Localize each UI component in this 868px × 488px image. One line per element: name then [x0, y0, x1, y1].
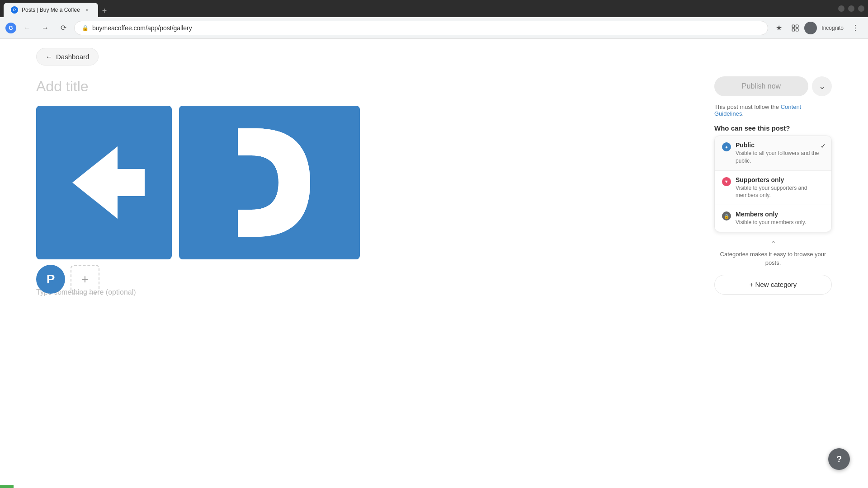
post-title-input[interactable]: Add title [36, 75, 696, 99]
main-layout: Add title [0, 75, 868, 488]
extension-puzzle-button[interactable] [788, 21, 802, 35]
window-maximize[interactable] [848, 5, 854, 12]
visibility-option-supporters[interactable]: ♥ Supporters only Visible to your suppor… [715, 171, 831, 206]
more-options-button[interactable]: ⋮ [848, 21, 863, 35]
svg-rect-0 [793, 25, 795, 27]
back-arrow-icon: ← [46, 53, 52, 61]
categories-section: ⌃ Categories makes it easy to browse you… [714, 239, 832, 267]
public-icon: ● [722, 142, 731, 151]
address-bar[interactable]: 🔒 buymeacoffee.com/app/post/gallery [74, 21, 768, 35]
public-option-desc: Visible to all your followers and the pu… [736, 150, 824, 165]
profile-button[interactable] [804, 22, 817, 34]
browser-toolbar-right: ★ Incognito ⋮ [772, 21, 863, 35]
tab-favicon: P [11, 6, 18, 14]
tab-title: Posts | Buy Me a Coffee [22, 7, 80, 13]
refresh-button[interactable]: ⟳ [56, 21, 71, 35]
visibility-label: Who can see this post? [714, 124, 832, 132]
categories-description: Categories makes it easy to browse your … [714, 250, 832, 267]
browser-tabs: P Posts | Buy Me a Coffee × + [4, 0, 111, 17]
forward-button[interactable]: → [38, 21, 52, 35]
heart-icon: ♥ [722, 177, 731, 186]
security-icon: 🔒 [82, 25, 89, 31]
page-content: ← Dashboard Add title [0, 39, 868, 488]
back-button[interactable]: ← [20, 21, 34, 35]
lock-icon: 🔒 [722, 211, 731, 221]
tab-close-button[interactable]: × [84, 6, 91, 14]
visibility-option-members-content: Members only Visible to your members onl… [736, 211, 824, 226]
svg-rect-3 [796, 28, 798, 31]
visibility-section: Who can see this post? ● Public Visible … [714, 124, 832, 232]
thumbnail-active[interactable]: P [36, 265, 65, 294]
browser-window: P Posts | Buy Me a Coffee × + G ← → ⟳ 🔒 [0, 0, 868, 488]
content-area: Add title [36, 75, 696, 488]
active-tab[interactable]: P Posts | Buy Me a Coffee × [4, 3, 98, 17]
window-minimize[interactable] [838, 5, 844, 12]
url-display: buymeacoffee.com/app/post/gallery [92, 24, 192, 32]
google-icon: G [5, 23, 16, 33]
publish-row: Publish now ⌄ [714, 76, 832, 96]
gallery-gap [172, 106, 179, 259]
new-category-button[interactable]: + New category [714, 275, 832, 295]
gallery-image-left[interactable] [36, 106, 172, 259]
members-option-desc: Visible to your members only. [736, 219, 824, 226]
gallery-image-right[interactable] [179, 106, 360, 259]
gallery-images [36, 106, 696, 259]
dashboard-button[interactable]: ← Dashboard [36, 48, 99, 66]
visibility-option-public[interactable]: ● Public Visible to all your followers a… [715, 136, 831, 171]
help-button[interactable]: ? [828, 448, 850, 470]
visibility-dropdown: ● Public Visible to all your followers a… [714, 136, 832, 232]
incognito-indicator: Incognito [819, 24, 846, 32]
browser-titlebar: P Posts | Buy Me a Coffee × + [0, 0, 868, 17]
supporters-option-desc: Visible to your supporters and members o… [736, 184, 824, 200]
content-guidelines-text: This post must follow the Content Guidel… [714, 103, 832, 117]
svg-rect-2 [793, 28, 795, 31]
publish-dropdown-button[interactable]: ⌄ [812, 76, 832, 96]
chevron-down-icon: ⌄ [819, 81, 826, 91]
svg-rect-1 [796, 25, 798, 27]
new-tab-button[interactable]: + [98, 5, 111, 17]
gallery-area: P + [36, 106, 696, 277]
categories-chevron: ⌃ [714, 239, 832, 248]
visibility-option-members[interactable]: 🔒 Members only Visible to your members o… [715, 205, 831, 232]
publish-button[interactable]: Publish now [714, 76, 808, 96]
thumbnails-row: P + [36, 265, 696, 294]
page-nav: ← Dashboard [0, 39, 868, 75]
svg-marker-4 [72, 146, 145, 219]
public-checkmark: ✓ [821, 142, 826, 150]
window-close[interactable] [858, 5, 864, 12]
loading-bar [0, 485, 14, 488]
browser-controls: G ← → ⟳ 🔒 buymeacoffee.com/app/post/gall… [0, 17, 868, 39]
dashboard-label: Dashboard [56, 53, 89, 61]
members-option-title: Members only [736, 211, 824, 218]
sidebar: Publish now ⌄ This post must follow the … [714, 75, 832, 488]
svg-rect-5 [211, 128, 238, 237]
public-option-title: Public [736, 141, 824, 149]
visibility-option-supporters-content: Supporters only Visible to your supporte… [736, 176, 824, 200]
visibility-option-public-content: Public Visible to all your followers and… [736, 141, 824, 165]
bookmark-button[interactable]: ★ [772, 21, 786, 35]
window-controls [838, 5, 864, 12]
supporters-option-title: Supporters only [736, 176, 824, 183]
thumbnail-add-button[interactable]: + [71, 265, 99, 294]
